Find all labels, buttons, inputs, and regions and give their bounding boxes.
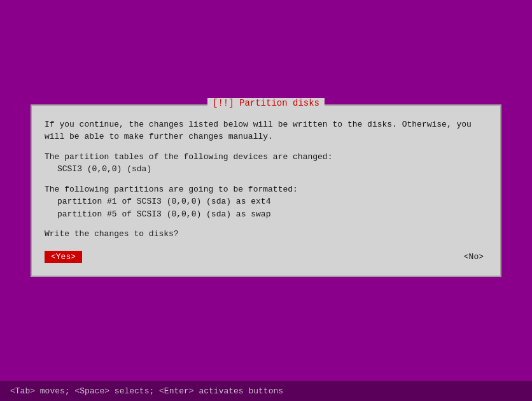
- partition-tables-section: The partition tables of the following de…: [45, 151, 487, 176]
- partition-tables-label: The partition tables of the following de…: [45, 151, 487, 164]
- partitions-formatted-section: The following partitions are going to be…: [45, 183, 487, 221]
- main-area: [!!] Partition disks If you continue, th…: [0, 0, 532, 381]
- yes-button[interactable]: <Yes>: [45, 251, 82, 263]
- partition5: partition #5 of SCSI3 (0,0,0) (sda) as s…: [57, 208, 487, 221]
- partition1: partition #1 of SCSI3 (0,0,0) (sda) as e…: [57, 195, 487, 208]
- no-button[interactable]: <No>: [460, 251, 487, 263]
- partition-tables-device: SCSI3 (0,0,0) (sda): [57, 163, 487, 176]
- status-bar: <Tab> moves; <Space> selects; <Enter> ac…: [0, 381, 532, 401]
- question-section: Write the changes to disks?: [45, 228, 487, 241]
- dialog-title: [!!] Partition disks: [207, 98, 325, 108]
- dialog-content: If you continue, the changes listed belo…: [45, 118, 487, 263]
- button-row: <Yes> <No>: [45, 251, 487, 263]
- status-bar-text: <Tab> moves; <Space> selects; <Enter> ac…: [10, 386, 283, 396]
- formatted-label: The following partitions are going to be…: [45, 183, 487, 196]
- question-text: Write the changes to disks?: [45, 228, 487, 241]
- intro-text: If you continue, the changes listed belo…: [45, 118, 487, 143]
- dialog-box: [!!] Partition disks If you continue, th…: [31, 104, 501, 277]
